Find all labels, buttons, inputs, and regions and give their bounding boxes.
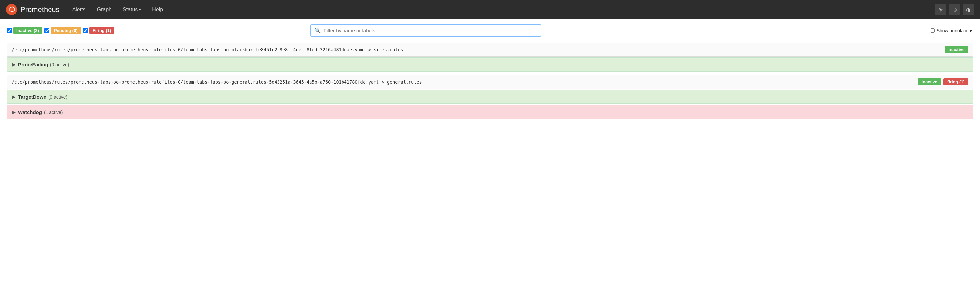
rule-group-active-2: (0 active) bbox=[48, 94, 68, 100]
rule-file-row-1: /etc/prometheus/rules/prometheus-labs-po… bbox=[6, 43, 974, 57]
firing-badge-item: Firing (1) bbox=[83, 27, 115, 34]
navbar-brand: ⬡ Prometheus bbox=[6, 4, 60, 15]
inactive-checkbox[interactable] bbox=[6, 28, 12, 33]
theme-contrast-button[interactable]: ◑ bbox=[963, 4, 974, 15]
nav-help[interactable]: Help bbox=[148, 5, 168, 14]
rule-file-path-2: /etc/prometheus/rules/prometheus-labs-po… bbox=[11, 79, 422, 85]
badge-group: Inactive (2) Pending (0) Firing (1) bbox=[6, 27, 114, 34]
show-annotations-checkbox[interactable] bbox=[931, 29, 935, 33]
show-annotations-group: Show annotations bbox=[931, 28, 974, 33]
rule-group-watchdog[interactable]: ▶ Watchdog (1 active) bbox=[6, 105, 974, 119]
rule-file-statuses-2: inactive firing (1) bbox=[918, 78, 969, 86]
search-icon: 🔍 bbox=[315, 27, 321, 33]
toggle-right-icon-3: ▶ bbox=[12, 110, 16, 115]
firing-checkbox[interactable] bbox=[83, 28, 88, 33]
rule-group-targetdown[interactable]: ▶ TargetDown (0 active) bbox=[6, 90, 974, 104]
pending-badge[interactable]: Pending (0) bbox=[51, 27, 81, 34]
toggle-right-icon-2: ▶ bbox=[12, 94, 16, 99]
rule-file-statuses-1: inactive bbox=[945, 46, 969, 53]
rule-group-name-3: Watchdog bbox=[18, 109, 42, 115]
toggle-right-icon-1: ▶ bbox=[12, 62, 16, 67]
filter-bar: Inactive (2) Pending (0) Firing (1) 🔍 Sh… bbox=[6, 24, 974, 36]
rule-file-path-1: /etc/prometheus/rules/prometheus-labs-po… bbox=[11, 47, 403, 52]
brand-title: Prometheus bbox=[21, 5, 60, 14]
rule-group-active-3: (1 active) bbox=[44, 110, 63, 115]
theme-sun-button[interactable]: ☀ bbox=[935, 4, 947, 15]
nav-alerts[interactable]: Alerts bbox=[68, 5, 91, 14]
rule-group-active-1: (0 active) bbox=[50, 62, 69, 67]
svg-text:⬡: ⬡ bbox=[9, 6, 14, 13]
main-content: Inactive (2) Pending (0) Firing (1) 🔍 Sh… bbox=[0, 19, 980, 125]
firing-badge[interactable]: Firing (1) bbox=[89, 27, 115, 34]
rule-file-row-2: /etc/prometheus/rules/prometheus-labs-po… bbox=[6, 75, 974, 89]
nav-status-dropdown[interactable]: Status ▾ bbox=[118, 5, 145, 14]
chevron-down-icon: ▾ bbox=[139, 8, 141, 12]
prometheus-logo-icon: ⬡ bbox=[6, 4, 17, 15]
show-annotations-label: Show annotations bbox=[937, 28, 974, 33]
rule-group-name-2: TargetDown bbox=[18, 94, 46, 100]
navbar: ⬡ Prometheus Alerts Graph Status ▾ Help … bbox=[0, 0, 980, 19]
search-input[interactable] bbox=[324, 25, 538, 36]
pending-checkbox[interactable] bbox=[44, 28, 49, 33]
theme-moon-button[interactable]: ☽ bbox=[949, 4, 960, 15]
nav-graph[interactable]: Graph bbox=[92, 5, 116, 14]
rule-group-probefailing[interactable]: ▶ ProbeFailing (0 active) bbox=[6, 57, 974, 71]
rule-group-name-1: ProbeFailing bbox=[18, 62, 48, 67]
navbar-right-icons: ☀ ☽ ◑ bbox=[935, 4, 974, 15]
status-badge-firing-2: firing (1) bbox=[943, 78, 969, 86]
status-badge-inactive-2: inactive bbox=[918, 78, 942, 86]
inactive-badge[interactable]: Inactive (2) bbox=[13, 27, 42, 34]
pending-badge-item: Pending (0) bbox=[44, 27, 81, 34]
search-wrapper: 🔍 bbox=[310, 24, 541, 36]
inactive-badge-item: Inactive (2) bbox=[6, 27, 42, 34]
status-badge-inactive-1: inactive bbox=[945, 46, 969, 53]
